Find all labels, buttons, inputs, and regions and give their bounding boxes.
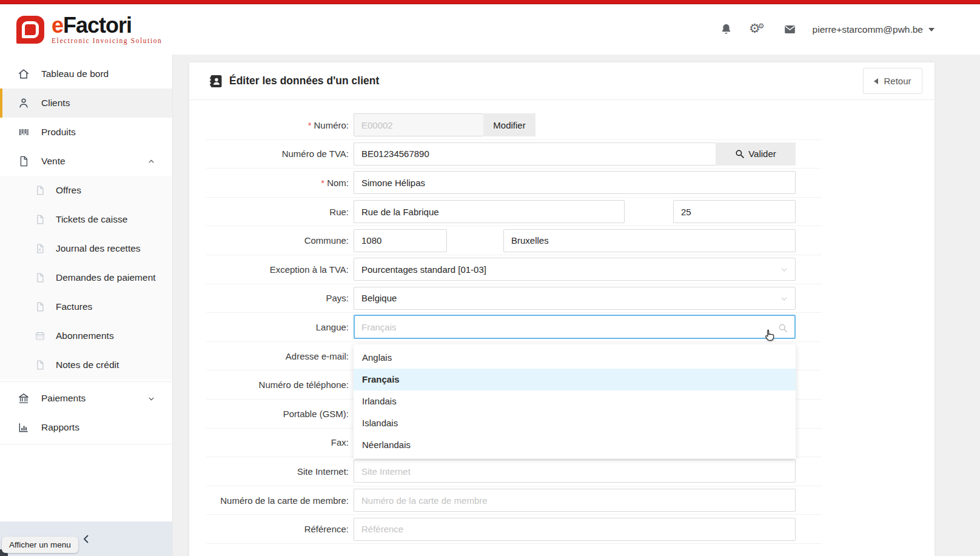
- file-pdf-icon: [35, 360, 45, 370]
- sidebar-item-vente[interactable]: Vente: [0, 147, 172, 176]
- sidebar-item-label: Notes de crédit: [56, 360, 119, 370]
- numero-rue-input[interactable]: [673, 200, 796, 223]
- collapse-tooltip: Afficher un menu: [2, 537, 78, 553]
- back-button[interactable]: Retour: [863, 68, 922, 94]
- triangle-left-icon: [874, 78, 878, 84]
- sidebar-item-paiements[interactable]: Paiements: [0, 384, 172, 413]
- brand-name: Factori: [63, 13, 132, 38]
- sidebar-item-tickets[interactable]: Tickets de caisse: [0, 205, 172, 234]
- field-label: Adresse e-mail:: [206, 351, 349, 361]
- search-icon: [735, 149, 744, 158]
- field-label: *Nom:: [206, 178, 349, 188]
- brand-e: e: [52, 13, 63, 38]
- logo-icon: [16, 16, 44, 44]
- divider: [0, 381, 172, 382]
- sidebar-item-label: Tickets de caisse: [56, 214, 127, 225]
- valider-button[interactable]: Valider: [716, 142, 796, 166]
- divider: [0, 444, 172, 444]
- file-pdf-icon: [35, 301, 45, 312]
- rue-input[interactable]: [354, 200, 625, 223]
- carte-membre-input[interactable]: [354, 489, 796, 512]
- sidebar-item-factures[interactable]: Factures: [0, 292, 172, 321]
- reference-input[interactable]: [354, 518, 796, 541]
- sidebar-item-label: Rapports: [41, 422, 79, 433]
- exception-tva-select[interactable]: Pourcentages standard [01-03]: [354, 258, 796, 281]
- langue-select[interactable]: Français: [354, 315, 796, 339]
- top-accent-bar: [0, 0, 980, 4]
- settings-gears-icon[interactable]: ⚙⚙: [749, 22, 767, 37]
- chevron-up-icon: [147, 158, 155, 166]
- person-icon: [18, 97, 30, 109]
- app-header: eFactori Electronic Invoicing Solution ⚙…: [0, 4, 980, 55]
- tva-input[interactable]: [354, 142, 716, 166]
- form-row-pays: Pays: Belgique: [206, 284, 822, 313]
- chevron-left-icon: [81, 534, 91, 544]
- sidebar-item-notes-credit[interactable]: Notes de crédit: [0, 350, 172, 380]
- form-row-reference: Référence:: [206, 515, 822, 544]
- sidebar-item-demandes[interactable]: Demandes de paiement: [0, 263, 172, 292]
- nom-input[interactable]: [354, 171, 796, 194]
- app-logo[interactable]: eFactori Electronic Invoicing Solution: [16, 15, 162, 44]
- form-row-site: Site Internet:: [206, 457, 822, 486]
- mail-icon[interactable]: [784, 23, 796, 36]
- site-input[interactable]: [354, 460, 796, 483]
- sidebar-item-journal[interactable]: Journal des recettes: [0, 234, 172, 263]
- ville-input[interactable]: [503, 229, 796, 252]
- bank-icon: [18, 392, 30, 404]
- chevron-down-icon: [779, 265, 789, 275]
- file-pdf-icon: [35, 214, 45, 225]
- user-menu[interactable]: pierre+starcomm@pwh.be: [813, 24, 935, 35]
- user-email: pierre+starcomm@pwh.be: [813, 24, 923, 35]
- chevron-down-icon: [147, 395, 155, 403]
- field-label: Fax:: [206, 437, 349, 447]
- pays-select[interactable]: Belgique: [354, 287, 796, 310]
- code-postal-input[interactable]: [354, 229, 447, 252]
- pays-value: Belgique: [361, 293, 397, 303]
- sidebar-item-produits[interactable]: Produits: [0, 118, 172, 147]
- dropdown-option-francais[interactable]: Français: [354, 369, 796, 390]
- chevron-down-icon: [928, 28, 935, 32]
- file-pdf-icon: [35, 272, 45, 283]
- form-row-langue: Langue: Français: [206, 313, 822, 342]
- sidebar-item-label: Produits: [41, 127, 76, 138]
- dropdown-option-irlandais[interactable]: Irlandais: [354, 390, 796, 412]
- sidebar-item-clients[interactable]: Clients: [0, 89, 172, 118]
- sidebar-item-dashboard[interactable]: Tableau de bord: [0, 59, 172, 89]
- dropdown-option-neerlandais[interactable]: Néerlandais: [354, 434, 796, 456]
- client-edit-card: Éditer les données d'un client Retour *N…: [189, 62, 935, 556]
- dropdown-option-anglais[interactable]: Anglais: [354, 347, 796, 369]
- header-actions: ⚙⚙ pierre+starcomm@pwh.be: [720, 22, 935, 37]
- bar-chart-icon: [18, 421, 30, 434]
- form-row-commune: Commune:: [206, 226, 822, 255]
- back-button-label: Retour: [884, 76, 911, 86]
- field-label: Numéro de la carte de membre:: [206, 495, 349, 506]
- field-label: Numéro de téléphone:: [206, 380, 349, 390]
- field-label: Exception à la TVA:: [206, 264, 349, 275]
- chevron-down-icon: [779, 294, 789, 304]
- client-form: *Numéro: Modifier Numéro de TVA:: [206, 111, 822, 544]
- dropdown-option-islandais[interactable]: Islandais: [354, 412, 796, 434]
- numero-input[interactable]: [354, 113, 483, 136]
- field-label: Portable (GSM):: [206, 409, 349, 419]
- sidebar-item-offres[interactable]: Offres: [0, 176, 172, 205]
- sidebar-item-rapports[interactable]: Rapports: [0, 413, 172, 442]
- exception-tva-value: Pourcentages standard [01-03]: [361, 264, 486, 275]
- page-title: Éditer les données d'un client: [229, 75, 379, 87]
- sidebar-item-abonnements[interactable]: Abonnements: [0, 321, 172, 350]
- field-label: Commune:: [206, 235, 349, 246]
- bell-icon[interactable]: [720, 23, 733, 36]
- barcode-icon: [18, 126, 30, 138]
- field-label: *Numéro:: [206, 120, 349, 130]
- required-asterisk: *: [321, 178, 324, 188]
- form-row-tva: Numéro de TVA: Valider: [206, 140, 822, 169]
- sidebar-item-label: Demandes de paiement: [56, 272, 156, 283]
- field-label: Référence:: [206, 524, 349, 534]
- modifier-button[interactable]: Modifier: [483, 113, 535, 136]
- vente-submenu: Offres Tickets de caisse Journal des rec…: [0, 176, 172, 380]
- card-header: Éditer les données d'un client Retour: [189, 62, 935, 100]
- form-row-rue: Rue:: [206, 198, 822, 227]
- langue-placeholder: Français: [361, 322, 397, 332]
- file-pdf-icon: [35, 185, 45, 196]
- sidebar-item-label: Tableau de bord: [41, 69, 109, 79]
- sidebar-item-label: Factures: [56, 301, 92, 312]
